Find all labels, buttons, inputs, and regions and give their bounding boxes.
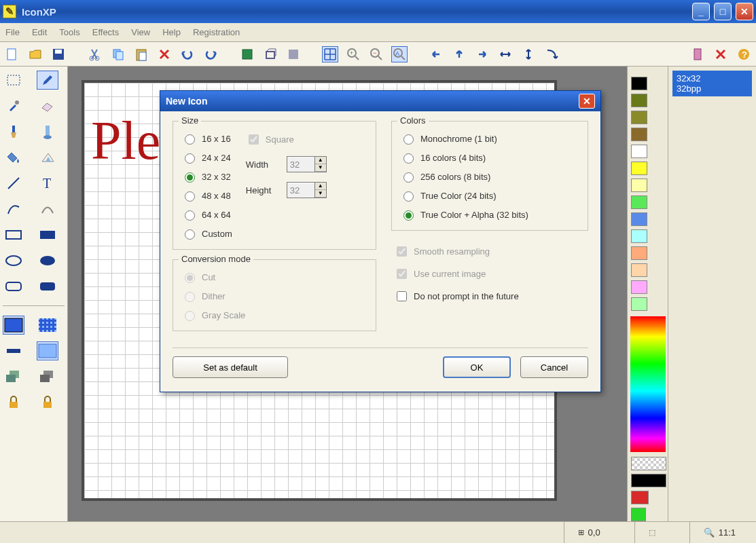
fill-icon[interactable] [3, 148, 24, 167]
pal-cyan[interactable] [631, 229, 647, 243]
size-16[interactable]: 16 x 16 [181, 132, 232, 145]
curve-icon[interactable] [3, 200, 24, 219]
brush-icon[interactable] [3, 122, 24, 141]
eraser-icon[interactable] [37, 96, 58, 115]
ellipse-fill-icon[interactable] [37, 251, 58, 270]
pal-yellow[interactable] [631, 162, 647, 175]
pal-dkgreen[interactable] [631, 94, 647, 107]
pal-red[interactable] [631, 491, 649, 504]
save-icon[interactable] [50, 46, 67, 62]
open-icon[interactable] [27, 46, 43, 62]
new-icon[interactable] [4, 46, 20, 62]
pal-orange[interactable] [631, 246, 647, 260]
width-spinner[interactable]: ▲▼ [287, 156, 327, 172]
cut-icon[interactable] [87, 46, 103, 62]
film-icon[interactable] [689, 46, 706, 62]
color2-swatch[interactable] [37, 341, 58, 360]
color-mono[interactable]: Monochrome (1 bit) [400, 132, 579, 145]
ellipse-icon[interactable] [3, 251, 24, 270]
color-24bit[interactable]: True Color (24 bits) [400, 189, 579, 202]
picker-icon[interactable] [3, 96, 24, 115]
layers2-icon[interactable] [37, 367, 58, 386]
pal-transp[interactable] [631, 457, 666, 470]
roundrect-icon[interactable] [3, 277, 24, 296]
lock2-icon[interactable] [37, 393, 58, 412]
menu-effects[interactable]: Effects [92, 27, 120, 37]
undo-icon[interactable] [179, 46, 196, 62]
pal-ltyellow[interactable] [631, 179, 647, 192]
format-item[interactable]: 32x32 32bpp [672, 71, 752, 96]
layers-icon[interactable] [3, 367, 24, 386]
pal-brown[interactable] [631, 128, 647, 141]
gradient-icon[interactable] [37, 148, 58, 167]
arrow-up-icon[interactable] [451, 46, 467, 62]
zoomout-icon[interactable]: − [368, 46, 384, 62]
redo-icon[interactable] [202, 46, 219, 62]
pal-green[interactable] [631, 195, 647, 209]
effect2-icon[interactable] [262, 46, 278, 62]
pal-peach[interactable] [631, 263, 647, 277]
menu-tools[interactable]: Tools [59, 27, 79, 37]
color-gradient[interactable] [630, 316, 666, 452]
color-16[interactable]: 16 colors (4 bits) [400, 151, 579, 164]
menu-help[interactable]: Help [162, 27, 181, 37]
zoomin-icon[interactable]: + [345, 46, 361, 62]
menu-view[interactable]: View [131, 27, 150, 37]
close-button[interactable]: ✕ [736, 3, 753, 20]
pal-pink[interactable] [631, 280, 647, 294]
set-default-button[interactable]: Set as default [173, 356, 288, 378]
paste-icon[interactable] [133, 46, 149, 62]
menu-file[interactable]: File [5, 27, 20, 37]
color1-swatch[interactable] [3, 316, 24, 335]
arrow-horiz-icon[interactable] [497, 46, 514, 62]
height-spinner[interactable]: ▲▼ [287, 182, 327, 198]
effect1-icon[interactable] [239, 46, 255, 62]
menu-registration[interactable]: Registration [193, 27, 240, 37]
pencil-icon[interactable] [37, 71, 58, 90]
size-64[interactable]: 64 x 64 [181, 208, 232, 221]
airbrush-icon[interactable] [37, 122, 58, 141]
delete-icon[interactable] [156, 46, 173, 62]
pattern-swatch[interactable] [37, 316, 58, 335]
help-icon[interactable]: ? [736, 46, 752, 62]
zoomfit-icon[interactable]: A [391, 46, 408, 62]
effect3-icon[interactable] [285, 46, 302, 62]
pal-blue[interactable] [631, 212, 647, 226]
rect-fill-icon[interactable] [37, 225, 58, 244]
pal-olive[interactable] [631, 111, 647, 124]
size-48[interactable]: 48 x 48 [181, 189, 232, 202]
grid-icon[interactable] [322, 46, 338, 62]
opacity-icon[interactable] [3, 341, 24, 360]
roundrect-fill-icon[interactable] [37, 277, 58, 296]
lock1-icon[interactable] [3, 393, 24, 412]
pal-white[interactable] [631, 145, 647, 158]
size-24[interactable]: 24 x 24 [181, 151, 232, 164]
color-256[interactable]: 256 colors (8 bits) [400, 170, 579, 183]
dialog-close-button[interactable]: ✕ [579, 94, 595, 109]
dialog-titlebar[interactable]: New Icon ✕ [160, 91, 600, 111]
arrow-vert-icon[interactable] [520, 46, 537, 62]
text-icon[interactable]: T [37, 174, 58, 193]
line-icon[interactable] [3, 174, 24, 193]
minimize-button[interactable]: _ [692, 3, 710, 20]
arrow-curve-icon[interactable] [543, 46, 560, 62]
pal-black[interactable] [631, 77, 647, 90]
size-custom[interactable]: Custom [181, 227, 232, 240]
size-32[interactable]: 32 x 32 [181, 170, 232, 183]
cancel-button[interactable]: Cancel [520, 356, 588, 378]
rect-icon[interactable] [3, 225, 24, 244]
copy-icon[interactable] [110, 46, 126, 62]
arrow-left-icon[interactable] [428, 46, 444, 62]
pal-grn2[interactable] [631, 508, 646, 521]
color-32bit[interactable]: True Color + Alpha (32 bits) [400, 208, 579, 221]
noprompt-check[interactable]: Do not prompt in the future [394, 289, 586, 303]
menu-edit[interactable]: Edit [32, 27, 47, 37]
arrow-right-icon[interactable] [474, 46, 490, 62]
pal-blk2[interactable] [631, 474, 666, 487]
arc-icon[interactable] [37, 200, 58, 219]
delete2-icon[interactable] [713, 46, 729, 62]
ok-button[interactable]: OK [443, 356, 511, 378]
maximize-button[interactable]: □ [714, 3, 732, 20]
pal-ltgreen[interactable] [631, 297, 647, 311]
select-rect-icon[interactable] [3, 71, 24, 90]
